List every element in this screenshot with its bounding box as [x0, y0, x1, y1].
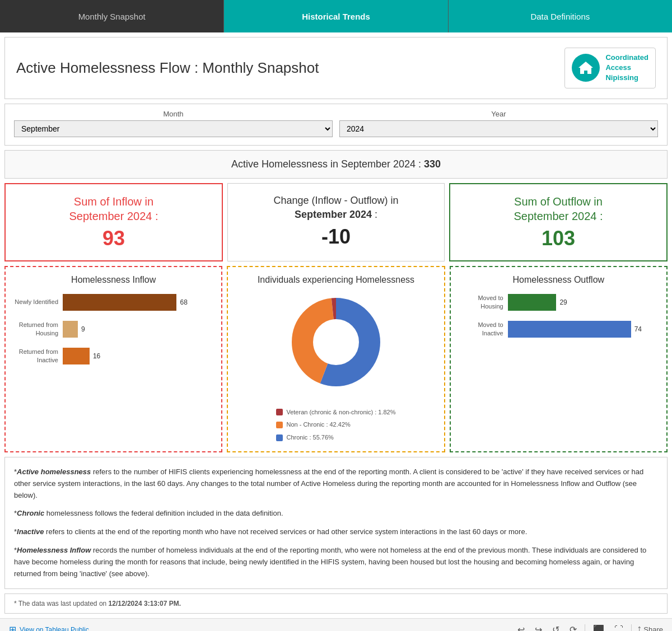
- veteran-label: Veteran (chronic & non-chronic) : 1.82%: [286, 407, 395, 418]
- year-label: Year: [339, 110, 658, 118]
- inflow-bar-row: Returned from Inactive 16: [13, 348, 213, 364]
- def-homelessness-inflow: *Homelessness Inflow records the number …: [14, 545, 658, 579]
- bar-label: Newly Identified: [13, 298, 58, 306]
- non-chronic-swatch: [276, 422, 283, 428]
- inflow-stat-box: Sum of Inflow in September 2024 : 93: [4, 183, 223, 261]
- bar-value: 9: [81, 325, 85, 333]
- outflow-chart-box: Homelessness Outflow Moved to Housing 29…: [450, 266, 668, 452]
- logo-box: Coordinated Access Nipissing: [564, 48, 656, 88]
- filter-row: Month September JanuaryFebruaryMarch Apr…: [14, 110, 658, 137]
- outflow-title: Sum of Outflow in September 2024 :: [458, 194, 659, 223]
- month-select[interactable]: September JanuaryFebruaryMarch AprilMayJ…: [14, 120, 333, 137]
- inflow-chart-box: Homelessness Inflow Newly Identified 68 …: [4, 266, 222, 452]
- bar: [63, 294, 176, 311]
- bar-label: Returned from Inactive: [13, 348, 58, 364]
- outflow-bar-row: Moved to Inactive 74: [459, 321, 659, 338]
- share-button[interactable]: ⤴ Share: [637, 625, 663, 631]
- donut-chart-box: Individuals experiencing Homelessness Ve…: [227, 266, 445, 452]
- outflow-bar-row: Moved to Housing 29: [459, 294, 659, 311]
- share-icon: ⤴: [637, 625, 641, 631]
- bar-wrap: 29: [508, 294, 659, 311]
- filter-section: Month September JanuaryFebruaryMarch Apr…: [4, 104, 668, 146]
- tab-historical-trends[interactable]: Historical Trends: [224, 0, 448, 32]
- page-title: Active Homelessness Flow : Monthly Snaps…: [16, 59, 319, 77]
- redo-button[interactable]: ↪: [533, 623, 544, 631]
- footer-date: 12/12/2024 3:13:07 PM.: [109, 600, 181, 607]
- donut-container: Veteran (chronic & non-chronic) : 1.82% …: [236, 292, 436, 443]
- veteran-swatch: [276, 409, 283, 415]
- bar-wrap: 74: [508, 321, 659, 338]
- donut-hole: [314, 320, 358, 364]
- month-filter-group: Month September JanuaryFebruaryMarch Apr…: [14, 110, 333, 137]
- change-label: Change (Inflow - Outflow) in September 2…: [236, 194, 436, 222]
- inflow-chart-title: Homelessness Inflow: [13, 275, 213, 285]
- outflow-value: 103: [458, 227, 659, 250]
- header-section: Active Homelessness Flow : Monthly Snaps…: [4, 37, 668, 99]
- refresh-button[interactable]: ⟳: [567, 623, 579, 631]
- toolbar-divider-1: [585, 624, 585, 631]
- bar-label: Returned from Housing: [13, 321, 58, 337]
- year-select[interactable]: 2024 20222023: [339, 120, 658, 137]
- fullscreen-button[interactable]: ⛶: [612, 624, 626, 631]
- outflow-chart-title: Homelessness Outflow: [459, 275, 659, 285]
- stats-row: Sum of Inflow in September 2024 : 93 Cha…: [4, 183, 668, 261]
- bar-value: 68: [180, 298, 187, 306]
- bar-wrap: 9: [63, 321, 213, 338]
- chronic-label: Chronic : 55.76%: [286, 432, 333, 443]
- donut-chart-title: Individuals experiencing Homelessness: [236, 275, 436, 285]
- svg-rect-0: [584, 71, 587, 74]
- toolbar-divider-2: [631, 624, 632, 631]
- definitions-section: *Active homelessness refers to the numbe…: [4, 457, 668, 589]
- undo-button[interactable]: ↩: [515, 623, 527, 631]
- footer-data: * The data was last updated on 12/12/202…: [4, 593, 668, 614]
- def-active-homelessness: *Active homelessness refers to the numbe…: [14, 466, 658, 501]
- bar-wrap: 68: [63, 294, 213, 311]
- bar-wrap: 16: [63, 348, 213, 364]
- toolbar: ⊞ View on Tableau Public ↩ ↪ ↺ ⟳ ⬛ ⛶ ⤴ S…: [0, 618, 672, 631]
- bar-value: 29: [559, 298, 567, 306]
- tab-monthly-snapshot[interactable]: Monthly Snapshot: [0, 0, 224, 32]
- donut-outer: [274, 292, 398, 404]
- bar: [63, 321, 78, 338]
- bar-label: Moved to Housing: [459, 294, 503, 310]
- logo-icon: [572, 54, 600, 82]
- def-inactive: *Inactive refers to clients at the end o…: [14, 526, 658, 538]
- download-button[interactable]: ⬛: [591, 623, 606, 631]
- house-icon: [577, 59, 594, 76]
- tableau-icon: ⊞: [9, 624, 16, 631]
- active-homelessness-value: 330: [424, 158, 441, 170]
- bar-label: Moved to Inactive: [459, 321, 503, 337]
- month-label: Month: [14, 110, 333, 118]
- outflow-bar-chart: Moved to Housing 29 Moved to Inactive 74: [459, 292, 659, 350]
- bar-value: 16: [93, 352, 100, 360]
- donut-legend: Veteran (chronic & non-chronic) : 1.82% …: [276, 407, 395, 443]
- tableau-link[interactable]: ⊞ View on Tableau Public: [9, 624, 89, 631]
- revert-button[interactable]: ↺: [550, 623, 562, 631]
- active-homelessness-banner: Active Homelessness in September 2024 : …: [4, 150, 668, 179]
- bar: [63, 348, 90, 364]
- inflow-bar-row: Newly Identified 68: [13, 294, 213, 311]
- logo-text: Coordinated Access Nipissing: [605, 53, 648, 83]
- tab-bar: Monthly Snapshot Historical Trends Data …: [0, 0, 672, 32]
- tab-data-definitions[interactable]: Data Definitions: [449, 0, 672, 32]
- inflow-value: 93: [13, 227, 214, 250]
- bar: [508, 294, 557, 311]
- bar-value: 74: [634, 325, 642, 333]
- inflow-bar-chart: Newly Identified 68 Returned from Housin…: [13, 292, 213, 377]
- change-value: -10: [236, 225, 436, 249]
- chronic-swatch: [276, 434, 283, 441]
- year-filter-group: Year 2024 20222023: [339, 110, 658, 137]
- bar: [508, 321, 631, 338]
- charts-row: Homelessness Inflow Newly Identified 68 …: [4, 266, 668, 452]
- non-chronic-label: Non - Chronic : 42.42%: [286, 419, 350, 431]
- def-chronic: *Chronic homelessness follows the federa…: [14, 508, 658, 520]
- inflow-title: Sum of Inflow in September 2024 :: [13, 194, 214, 223]
- change-stat-box: Change (Inflow - Outflow) in September 2…: [227, 183, 445, 261]
- inflow-bar-row: Returned from Housing 9: [13, 321, 213, 338]
- donut-svg: [286, 292, 386, 392]
- outflow-stat-box: Sum of Outflow in September 2024 : 103: [449, 183, 668, 261]
